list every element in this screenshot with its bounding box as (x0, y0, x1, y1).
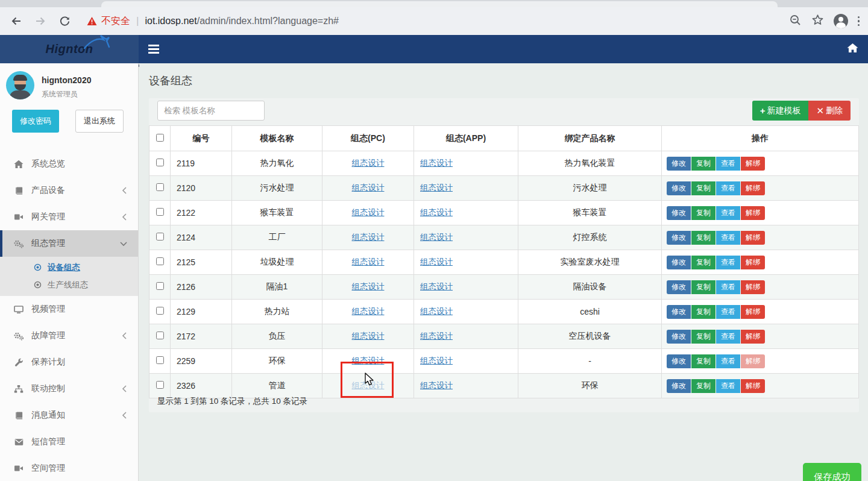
row-checkbox[interactable] (156, 159, 164, 166)
copy-button[interactable]: 复制 (691, 379, 715, 393)
app-config-link[interactable]: 组态设计 (420, 257, 453, 266)
sidebar-item-短信管理[interactable]: 短信管理 (0, 429, 138, 455)
pc-config-link[interactable]: 组态设计 (352, 257, 385, 266)
copy-button[interactable]: 复制 (691, 206, 715, 220)
edit-button[interactable]: 修改 (667, 256, 691, 269)
pc-config-link[interactable]: 组态设计 (352, 282, 385, 291)
copy-button[interactable]: 复制 (691, 305, 715, 319)
pc-config-link[interactable]: 组态设计 (352, 159, 385, 168)
row-checkbox[interactable] (156, 282, 164, 290)
user-avatar[interactable] (6, 71, 34, 99)
app-config-link[interactable]: 组态设计 (420, 183, 453, 192)
sidebar-item-消息通知[interactable]: 消息通知 (0, 402, 138, 429)
row-checkbox[interactable] (156, 307, 164, 315)
view-button[interactable]: 查看 (716, 305, 740, 319)
pc-config-link[interactable]: 组态设计 (352, 183, 385, 192)
app-config-link[interactable]: 组态设计 (420, 356, 453, 365)
pc-config-link[interactable]: 组态设计 (352, 356, 385, 365)
unbind-button[interactable]: 解绑 (741, 330, 765, 344)
pc-config-link[interactable]: 组态设计 (352, 208, 385, 217)
pc-config-link[interactable]: 组态设计 (352, 381, 385, 390)
row-checkbox[interactable] (156, 233, 164, 241)
sidebar-item-空间管理[interactable]: 空间管理 (0, 455, 138, 481)
view-button[interactable]: 查看 (716, 206, 740, 220)
pc-config-link[interactable]: 组态设计 (352, 332, 385, 341)
view-button[interactable]: 查看 (716, 157, 740, 171)
back-icon[interactable] (8, 13, 24, 29)
change-password-button[interactable]: 修改密码 (12, 110, 59, 133)
view-button[interactable]: 查看 (716, 256, 740, 269)
bookmark-star-icon[interactable] (811, 14, 824, 29)
zoom-out-icon[interactable] (789, 14, 802, 29)
copy-button[interactable]: 复制 (691, 181, 715, 195)
copy-button[interactable]: 复制 (691, 157, 715, 171)
pc-config-link[interactable]: 组态设计 (352, 233, 385, 242)
view-button[interactable]: 查看 (716, 379, 740, 393)
new-template-button[interactable]: +新建模板 (752, 101, 809, 121)
edit-button[interactable]: 修改 (667, 354, 691, 368)
edit-button[interactable]: 修改 (667, 280, 691, 294)
unbind-button[interactable]: 解绑 (741, 354, 765, 368)
copy-button[interactable]: 复制 (691, 354, 715, 368)
sidebar-item-系统总览[interactable]: 系统总览 (0, 151, 138, 177)
copy-button[interactable]: 复制 (691, 231, 715, 245)
browser-active-tab[interactable] (101, 1, 778, 7)
sidebar-subitem-设备组态[interactable]: 设备组态 (0, 259, 138, 276)
forward-icon[interactable] (33, 13, 48, 29)
unbind-button[interactable]: 解绑 (741, 379, 765, 393)
copy-button[interactable]: 复制 (691, 256, 715, 269)
app-config-link[interactable]: 组态设计 (420, 208, 453, 217)
view-button[interactable]: 查看 (716, 330, 740, 344)
row-checkbox[interactable] (156, 257, 164, 265)
row-checkbox[interactable] (156, 332, 164, 339)
unbind-button[interactable]: 解绑 (741, 157, 765, 171)
edit-button[interactable]: 修改 (667, 206, 691, 220)
delete-button[interactable]: ✕删除 (808, 101, 851, 121)
sidebar-item-故障管理[interactable]: 故障管理 (0, 322, 138, 349)
app-config-link[interactable]: 组态设计 (420, 381, 453, 390)
app-config-link[interactable]: 组态设计 (420, 307, 453, 316)
row-checkbox[interactable] (156, 208, 164, 216)
browser-menu-icon[interactable] (858, 16, 860, 27)
sidebar-item-保养计划[interactable]: 保养计划 (0, 349, 138, 376)
edit-button[interactable]: 修改 (667, 231, 691, 245)
sidebar-item-组态管理[interactable]: 组态管理 (0, 230, 138, 257)
edit-button[interactable]: 修改 (667, 330, 691, 344)
app-config-link[interactable]: 组态设计 (420, 233, 453, 242)
select-all-checkbox[interactable] (156, 134, 164, 142)
sidebar-item-产品设备[interactable]: 产品设备 (0, 177, 138, 204)
home-icon[interactable] (847, 43, 858, 55)
search-input[interactable] (157, 101, 265, 121)
sidebar-subitem-生产线组态[interactable]: 生产线组态 (0, 276, 138, 294)
refresh-icon[interactable] (57, 13, 72, 29)
edit-button[interactable]: 修改 (667, 379, 691, 393)
view-button[interactable]: 查看 (716, 231, 740, 245)
app-config-link[interactable]: 组态设计 (420, 159, 453, 168)
edit-button[interactable]: 修改 (667, 305, 691, 319)
copy-button[interactable]: 复制 (691, 280, 715, 294)
pc-config-link[interactable]: 组态设计 (352, 307, 385, 316)
url-bar[interactable]: 不安全 | iot.idosp.net/admin/index.html?lan… (87, 15, 789, 28)
app-config-link[interactable]: 组态设计 (420, 332, 453, 341)
copy-button[interactable]: 复制 (691, 330, 715, 344)
view-button[interactable]: 查看 (716, 280, 740, 294)
row-checkbox[interactable] (156, 381, 164, 389)
browser-profile-icon[interactable] (834, 14, 848, 28)
app-config-link[interactable]: 组态设计 (420, 282, 453, 291)
view-button[interactable]: 查看 (716, 354, 740, 368)
edit-button[interactable]: 修改 (667, 181, 691, 195)
unbind-button[interactable]: 解绑 (741, 256, 765, 269)
logout-button[interactable]: 退出系统 (75, 110, 124, 133)
edit-button[interactable]: 修改 (667, 157, 691, 171)
unbind-button[interactable]: 解绑 (741, 231, 765, 245)
sidebar-item-视频管理[interactable]: 视频管理 (0, 296, 138, 322)
sidebar-item-网关管理[interactable]: 网关管理 (0, 204, 138, 230)
unbind-button[interactable]: 解绑 (741, 305, 765, 319)
sidebar-item-联动控制[interactable]: 联动控制 (0, 376, 138, 402)
row-checkbox[interactable] (156, 356, 164, 364)
view-button[interactable]: 查看 (716, 181, 740, 195)
logo[interactable]: Hignton (0, 35, 139, 63)
sidebar-toggle-icon[interactable] (148, 45, 159, 54)
unbind-button[interactable]: 解绑 (741, 280, 765, 294)
unbind-button[interactable]: 解绑 (741, 206, 765, 220)
